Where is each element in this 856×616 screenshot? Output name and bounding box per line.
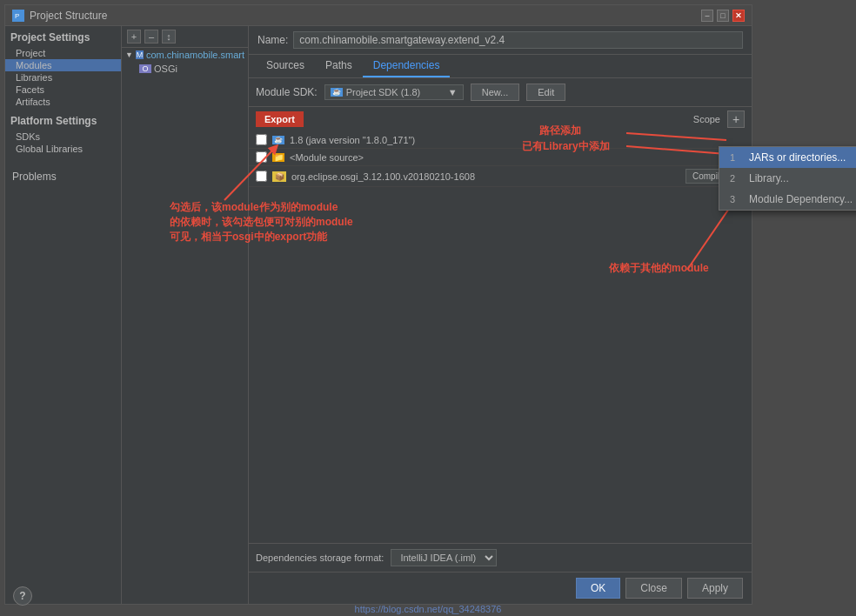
sidebar: Project Settings Project Modules Librari… bbox=[5, 26, 122, 604]
dep-source-checkbox[interactable] bbox=[256, 151, 267, 163]
minimize-button[interactable]: – bbox=[701, 10, 713, 22]
svg-text:P: P bbox=[15, 12, 19, 20]
add-dependency-button[interactable]: + bbox=[727, 110, 745, 128]
jdk-icon: ☕ bbox=[272, 136, 284, 144]
expand-module-button[interactable]: ↕ bbox=[162, 30, 176, 44]
module-icon: M bbox=[136, 50, 144, 59]
global-libraries-label: Global Libraries bbox=[16, 144, 83, 154]
sdk-icon: ☕ bbox=[331, 88, 343, 97]
module-sdk-bar: Module SDK: ☕ Project SDK (1.8) ▼ New...… bbox=[249, 78, 752, 107]
sidebar-item-problems[interactable]: Problems bbox=[5, 165, 121, 188]
source-icon: 📁 bbox=[272, 153, 284, 162]
export-button[interactable]: Export bbox=[256, 111, 304, 127]
dropdown-item-jars-num: 1 bbox=[730, 152, 742, 163]
sources-tab-label: Sources bbox=[266, 59, 304, 71]
dependency-item-osgi[interactable]: 📦 org.eclipse.osgi_3.12.100.v20180210-16… bbox=[249, 166, 752, 187]
new-sdk-button[interactable]: New... bbox=[471, 84, 520, 101]
storage-format-bar: Dependencies storage format: IntelliJ ID… bbox=[249, 543, 752, 572]
dialog-close-button[interactable]: Close bbox=[625, 578, 682, 599]
close-button[interactable]: ✕ bbox=[732, 10, 745, 22]
project-label: Project bbox=[16, 48, 45, 58]
window-icon: P bbox=[12, 10, 24, 22]
sidebar-item-libraries[interactable]: Libraries bbox=[5, 71, 121, 84]
dropdown-item-jars-label: JARs or directories... bbox=[749, 151, 846, 164]
sidebar-item-modules[interactable]: Modules bbox=[5, 59, 121, 71]
sdk-value-text: Project SDK (1.8) bbox=[346, 87, 421, 97]
sidebar-item-sdks[interactable]: SDKs bbox=[5, 131, 121, 143]
module-tree-panel: + – ↕ ▼ M com.chinamobile.smart O OSGi bbox=[122, 26, 248, 604]
osgi-tree-item[interactable]: O OSGi bbox=[122, 62, 248, 76]
main-panel: Name: Sources Paths Dependencies Module … bbox=[249, 26, 752, 604]
platform-settings-items: SDKs Global Libraries bbox=[5, 129, 121, 157]
storage-format-label: Dependencies storage format: bbox=[256, 552, 384, 563]
tab-bar: Sources Paths Dependencies bbox=[249, 55, 752, 78]
help-button[interactable]: ? bbox=[13, 586, 32, 606]
problems-section: Problems bbox=[5, 165, 121, 188]
dependency-list: ☕ 1.8 (java version "1.8.0_171") 📁 <Modu… bbox=[249, 131, 752, 543]
modules-label: Modules bbox=[16, 60, 52, 70]
sidebar-item-global-libraries[interactable]: Global Libraries bbox=[5, 143, 121, 155]
dep-jdk-label: 1.8 (java version "1.8.0_171") bbox=[290, 135, 415, 145]
maximize-button[interactable]: □ bbox=[717, 10, 729, 22]
edit-sdk-button[interactable]: Edit bbox=[526, 84, 565, 101]
dependency-item-module-source[interactable]: 📁 <Module source> bbox=[249, 149, 752, 166]
add-icon: + bbox=[732, 112, 739, 126]
dropdown-item-jars[interactable]: 1 JARs or directories... bbox=[719, 147, 856, 168]
paths-tab-label: Paths bbox=[325, 59, 352, 71]
name-label-text: Name: bbox=[257, 34, 288, 46]
artifacts-label: Artifacts bbox=[16, 97, 50, 107]
name-bar: Name: bbox=[249, 26, 752, 55]
window-title: Project Structure bbox=[30, 10, 701, 22]
dropdown-item-library[interactable]: 2 Library... bbox=[719, 168, 856, 189]
platform-settings-section: Platform Settings bbox=[5, 110, 121, 129]
ok-button[interactable]: OK bbox=[576, 578, 620, 599]
module-tree-root[interactable]: ▼ M com.chinamobile.smart bbox=[122, 48, 248, 62]
facets-label: Facets bbox=[16, 84, 44, 95]
dropdown-item-library-label: Library... bbox=[749, 172, 789, 184]
dropdown-item-module-dep-num: 3 bbox=[730, 194, 742, 204]
scope-column-label: Scope bbox=[693, 114, 720, 124]
apply-button[interactable]: Apply bbox=[687, 578, 743, 599]
module-name-input[interactable] bbox=[293, 31, 743, 49]
tab-dependencies[interactable]: Dependencies bbox=[363, 55, 451, 77]
left-panel: Project Settings Project Modules Librari… bbox=[5, 26, 249, 604]
sidebar-item-artifacts[interactable]: Artifacts bbox=[5, 96, 121, 108]
module-name-label: com.chinamobile.smart bbox=[146, 50, 244, 60]
module-sdk-label: Module SDK: bbox=[256, 86, 318, 98]
project-structure-window: P Project Structure – □ ✕ Project Settin… bbox=[4, 4, 752, 605]
module-tree-header: + – ↕ bbox=[122, 26, 248, 48]
expand-arrow-icon: ▼ bbox=[125, 50, 133, 59]
dropdown-item-module-dep-label: Module Dependency... bbox=[749, 193, 853, 205]
tab-paths[interactable]: Paths bbox=[315, 55, 363, 77]
window-controls: – □ ✕ bbox=[701, 10, 745, 22]
sdk-dropdown-arrow-icon: ▼ bbox=[448, 87, 458, 97]
remove-module-button[interactable]: – bbox=[144, 30, 158, 44]
osgi-lib-icon: 📦 bbox=[272, 171, 286, 182]
osgi-icon: O bbox=[139, 64, 151, 73]
sdks-label: SDKs bbox=[16, 131, 40, 142]
watermark: https://blog.csdn.net/qq_34248376 bbox=[0, 604, 856, 614]
project-settings-section: Project Settings bbox=[5, 26, 121, 45]
dropdown-item-module-dep[interactable]: 3 Module Dependency... bbox=[719, 189, 856, 210]
dep-source-label: <Module source> bbox=[290, 152, 364, 163]
project-settings-items: Project Modules Libraries Facets Artifac… bbox=[5, 45, 121, 110]
dropdown-item-library-num: 2 bbox=[730, 173, 742, 184]
dep-jdk-checkbox[interactable] bbox=[256, 134, 267, 145]
content-area: Project Settings Project Modules Librari… bbox=[5, 26, 752, 604]
dep-osgi-checkbox[interactable] bbox=[256, 171, 267, 182]
sdk-selector[interactable]: ☕ Project SDK (1.8) ▼ bbox=[324, 84, 464, 100]
dep-osgi-label: org.eclipse.osgi_3.12.100.v20180210-1608 bbox=[291, 171, 475, 182]
sidebar-item-facets[interactable]: Facets bbox=[5, 84, 121, 96]
dependencies-tab-label: Dependencies bbox=[373, 59, 440, 71]
title-bar: P Project Structure – □ ✕ bbox=[5, 5, 752, 26]
dialog-footer: OK Close Apply bbox=[249, 572, 752, 604]
add-module-button[interactable]: + bbox=[127, 30, 141, 44]
sidebar-item-project[interactable]: Project bbox=[5, 47, 121, 59]
osgi-label: OSGi bbox=[154, 64, 177, 74]
tab-sources[interactable]: Sources bbox=[256, 55, 315, 77]
dependency-list-header: Export Scope + bbox=[249, 107, 752, 131]
storage-format-select[interactable]: IntelliJ IDEA (.iml) bbox=[391, 549, 497, 566]
add-dependency-dropdown: 1 JARs or directories... 2 Library... 3 … bbox=[719, 146, 856, 211]
libraries-label: Libraries bbox=[16, 72, 52, 83]
dependency-item-jdk[interactable]: ☕ 1.8 (java version "1.8.0_171") bbox=[249, 131, 752, 149]
